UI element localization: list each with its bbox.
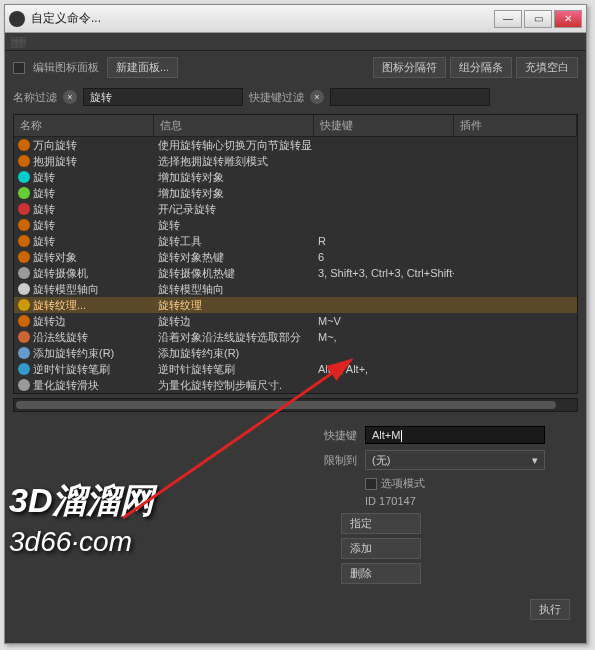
table-row[interactable]: 抱拥旋转选择抱拥旋转雕刻模式 [14,153,577,169]
option-mode-checkbox[interactable] [365,478,377,490]
row-name: 旋转摄像机 [33,266,88,281]
table-row[interactable]: 量化旋转滑块为量化旋转控制步幅尺寸. [14,377,577,393]
minimize-button[interactable]: — [494,10,522,28]
edit-icon-panel-label: 编辑图标面板 [33,60,99,75]
row-key: 6 [314,251,454,263]
table-row[interactable]: 沿法线旋转沿着对象沿法线旋转选取部分M~, [14,329,577,345]
row-key: M~, [314,331,454,343]
row-name: 逆时针旋转笔刷 [33,362,110,377]
option-mode-label: 选项模式 [381,476,425,491]
limit-select[interactable]: (无)▾ [365,450,545,470]
col-info[interactable]: 信息 [154,115,314,136]
table-row[interactable]: 旋转对象旋转对象热键6 [14,249,577,265]
delete-button[interactable]: 删除 [341,563,421,584]
row-info: 增加旋转对象 [154,170,314,185]
row-icon [18,267,30,279]
icon-divider-button[interactable]: 图标分隔符 [373,57,446,78]
table-row[interactable]: 旋转增加旋转对象 [14,185,577,201]
row-info: 沿着对象沿法线旋转选取部分 [154,330,314,345]
table-row[interactable]: 旋转模型轴向旋转模型轴向 [14,281,577,297]
row-icon [18,347,30,359]
horizontal-scrollbar[interactable] [13,398,578,412]
row-icon [18,155,30,167]
col-name[interactable]: 名称 [14,115,154,136]
maximize-button[interactable]: ▭ [524,10,552,28]
chevron-down-icon: ▾ [532,454,538,467]
table-row[interactable]: 逆时针旋转笔刷逆时针旋转笔刷Alt+[, Alt+, [14,361,577,377]
group-bar-button[interactable]: 组分隔条 [450,57,512,78]
hotkey-filter-label: 快捷键过滤 [249,90,304,105]
row-info: 旋转摄像机热键 [154,266,314,281]
row-name: 量化旋转滑块 [33,378,99,393]
row-key: R [314,235,454,247]
app-icon [9,11,25,27]
row-name: 旋转 [33,202,55,217]
row-icon [18,219,30,231]
new-panel-button[interactable]: 新建面板... [107,57,178,78]
row-key: 3, Shift+3, Ctrl+3, Ctrl+Shift+ [314,267,454,279]
row-icon [18,363,30,375]
row-name: 旋转 [33,186,55,201]
row-info: 旋转 [154,218,314,233]
row-info: 旋转纹理 [154,298,314,313]
row-icon [18,283,30,295]
titlebar: 自定义命令... — ▭ ✕ [5,5,586,33]
close-button[interactable]: ✕ [554,10,582,28]
table-row[interactable]: 旋转摄像机旋转摄像机热键3, Shift+3, Ctrl+3, Ctrl+Shi… [14,265,577,281]
fill-blank-button[interactable]: 充填空白 [516,57,578,78]
row-icon [18,171,30,183]
row-icon [18,299,30,311]
col-plugin[interactable]: 插件 [454,115,577,136]
hotkey-label: 快捷键 [301,428,357,443]
table-row[interactable]: 添加旋转约束(R)添加旋转约束(R) [14,345,577,361]
row-info: 为量化旋转控制步幅尺寸. [154,378,314,393]
row-key: M~V [314,315,454,327]
limit-label: 限制到 [301,453,357,468]
row-icon [18,139,30,151]
table-row[interactable]: 旋转纹理...旋转纹理 [14,297,577,313]
table-row[interactable]: 旋转旋转 [14,217,577,233]
row-info: 选择抱拥旋转雕刻模式 [154,154,314,169]
row-info: 旋转模型轴向 [154,282,314,297]
row-info: 开/记录旋转 [154,202,314,217]
row-name: 抱拥旋转 [33,154,77,169]
edit-icon-panel-checkbox[interactable] [13,62,25,74]
toolbar-grip: ▒▒▒ [5,33,586,51]
row-name: 旋转纹理... [33,298,86,313]
name-filter-input[interactable] [83,88,243,106]
table-row[interactable]: 旋转旋转工具R [14,233,577,249]
table-row[interactable]: 万向旋转使用旋转轴心切换万向节旋转显 [14,137,577,153]
table-row[interactable]: 旋转增加旋转对象 [14,169,577,185]
exec-button[interactable]: 执行 [530,599,570,620]
row-name: 旋转边 [33,314,66,329]
row-icon [18,187,30,199]
row-key: Alt+[, Alt+, [314,363,454,375]
row-name: 旋转模型轴向 [33,282,99,297]
row-name: 万向旋转 [33,138,77,153]
assign-button[interactable]: 指定 [341,513,421,534]
row-name: 沿法线旋转 [33,330,88,345]
row-icon [18,203,30,215]
row-icon [18,379,30,391]
name-filter-label: 名称过滤 [13,90,57,105]
row-info: 使用旋转轴心切换万向节旋转显 [154,138,314,153]
row-icon [18,235,30,247]
row-info: 旋转对象热键 [154,250,314,265]
hotkey-filter-input[interactable] [330,88,490,106]
clear-name-filter-icon[interactable]: × [63,90,77,104]
row-info: 逆时针旋转笔刷 [154,362,314,377]
row-icon [18,331,30,343]
add-button[interactable]: 添加 [341,538,421,559]
table-row[interactable]: 旋转边旋转边M~V [14,313,577,329]
table-row[interactable]: 旋转开/记录旋转 [14,201,577,217]
row-icon [18,315,30,327]
row-info: 添加旋转约束(R) [154,346,314,361]
row-name: 旋转 [33,234,55,249]
clear-hotkey-filter-icon[interactable]: × [310,90,324,104]
row-name: 旋转 [33,218,55,233]
row-name: 旋转对象 [33,250,77,265]
row-info: 旋转边 [154,314,314,329]
row-info: 增加旋转对象 [154,186,314,201]
hotkey-input[interactable]: Alt+M [365,426,545,444]
col-key[interactable]: 快捷键 [314,115,454,136]
